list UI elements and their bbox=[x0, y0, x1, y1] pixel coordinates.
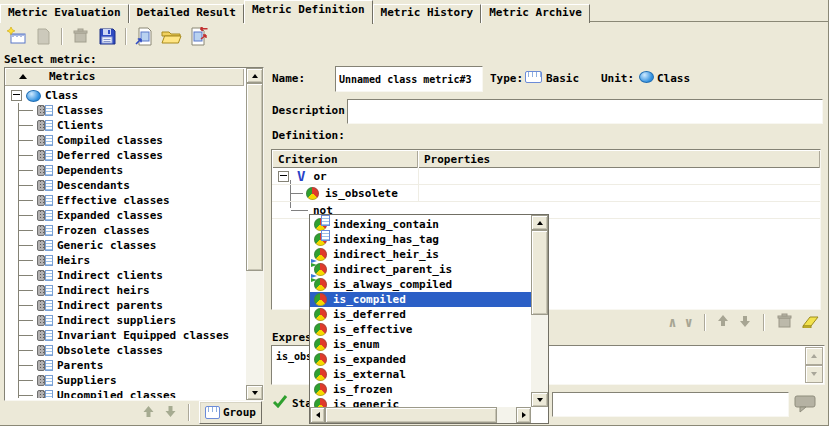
tab-metric-evaluation[interactable]: Metric Evaluation bbox=[0, 4, 129, 23]
collapse-icon[interactable] bbox=[278, 171, 289, 182]
dropdown-item-is-expanded[interactable]: is_expanded bbox=[310, 352, 531, 367]
tree-item-class-root[interactable]: Class bbox=[6, 88, 244, 103]
save-metric-button[interactable] bbox=[95, 25, 119, 47]
group-button[interactable]: Group bbox=[199, 401, 262, 424]
metrics-scrollbar[interactable] bbox=[246, 68, 263, 400]
scroll-right-button[interactable] bbox=[516, 407, 531, 423]
class-unit-icon bbox=[26, 90, 41, 102]
dropdown-item-is-frozen[interactable]: is_frozen bbox=[310, 382, 531, 397]
tree-item-label: Indirect suppliers bbox=[57, 314, 176, 327]
tree-item-effective-classes[interactable]: Effective classes bbox=[19, 193, 244, 208]
dropdown-item-indirect-parent-is[interactable]: indirect_parent_is bbox=[310, 262, 531, 277]
tree-item-uncompiled-classes[interactable]: Uncompiled classes bbox=[19, 388, 244, 398]
dropdown-item-is-external[interactable]: is_external bbox=[310, 367, 531, 382]
sort-ascending-icon bbox=[19, 74, 27, 79]
tree-item-heirs[interactable]: Heirs bbox=[19, 253, 244, 268]
criterion-dropdown-list: indexing_containindexing_has_tagindirect… bbox=[310, 215, 531, 407]
dropdown-item-is-enum[interactable]: is_enum bbox=[310, 337, 531, 352]
metric-icon bbox=[37, 330, 54, 341]
dropdown-item-is-compiled[interactable]: is_compiled bbox=[310, 292, 531, 307]
new-metric-button[interactable] bbox=[4, 25, 28, 47]
tab-metric-definition[interactable]: Metric Definition bbox=[244, 0, 373, 24]
scroll-thumb[interactable] bbox=[325, 407, 497, 423]
tree-item-frozen-classes[interactable]: Frozen classes bbox=[19, 223, 244, 238]
tree-item-indirect-suppliers[interactable]: Indirect suppliers bbox=[19, 313, 244, 328]
basic-type-icon bbox=[525, 71, 542, 83]
dropdown-item-label: is_expanded bbox=[333, 353, 406, 366]
tree-item-deferred-classes[interactable]: Deferred classes bbox=[19, 148, 244, 163]
criterion-pie-icon bbox=[314, 308, 327, 321]
scroll-down-button[interactable] bbox=[246, 385, 263, 400]
dropdown-vscrollbar[interactable] bbox=[531, 215, 548, 407]
expression-scroll-down[interactable] bbox=[805, 365, 823, 383]
tree-item-suppliers[interactable]: Suppliers bbox=[19, 373, 244, 388]
dropdown-item-label: indirect_parent_is bbox=[333, 263, 452, 276]
tree-item-indirect-parents[interactable]: Indirect parents bbox=[19, 298, 244, 313]
metric-tree: Class ClassesClientsCompiled classesDefe… bbox=[6, 86, 244, 398]
metric-icon bbox=[37, 195, 54, 206]
dropdown-item-label: is_enum bbox=[333, 338, 379, 351]
tree-item-label: Classes bbox=[57, 104, 103, 117]
tree-item-compiled-classes[interactable]: Compiled classes bbox=[19, 133, 244, 148]
tab-detailed-result[interactable]: Detailed Result bbox=[129, 4, 244, 23]
scroll-up-button[interactable] bbox=[531, 215, 548, 230]
tree-item-invariant-equipped-classes[interactable]: Invariant Equipped classes bbox=[19, 328, 244, 343]
move-criterion-up-button[interactable] bbox=[716, 314, 730, 331]
criterion-row-or[interactable]: V or bbox=[272, 168, 820, 185]
tree-item-parents[interactable]: Parents bbox=[19, 358, 244, 373]
move-down-button[interactable] bbox=[163, 404, 178, 422]
dropdown-item-is-effective[interactable]: is_effective bbox=[310, 322, 531, 337]
toolbar-separator bbox=[704, 314, 705, 331]
tree-item-label: Expanded classes bbox=[57, 209, 163, 222]
scroll-thumb[interactable] bbox=[246, 83, 263, 271]
metric-tool-window: Metric EvaluationDetailed ResultMetric D… bbox=[0, 0, 829, 426]
dropdown-item-is-generic[interactable]: is_generic bbox=[310, 397, 531, 407]
expression-scroll-up[interactable] bbox=[805, 347, 823, 365]
dropdown-hscrollbar[interactable] bbox=[310, 407, 531, 423]
dropdown-item-is-always-compiled[interactable]: is_always_compiled bbox=[310, 277, 531, 292]
delete-metric-button bbox=[68, 25, 92, 47]
dropdown-item-indexing-has-tag[interactable]: indexing_has_tag bbox=[310, 232, 531, 247]
scroll-down-button[interactable] bbox=[531, 392, 548, 407]
import-metrics-button[interactable] bbox=[132, 25, 156, 47]
status-comment-input[interactable] bbox=[552, 392, 789, 417]
delete-criterion-button[interactable] bbox=[775, 313, 793, 332]
move-criterion-down-button[interactable] bbox=[738, 314, 752, 331]
tree-item-generic-classes[interactable]: Generic classes bbox=[19, 238, 244, 253]
metric-icon bbox=[37, 390, 54, 398]
scroll-thumb[interactable] bbox=[531, 230, 548, 315]
dropdown-item-indexing-contain[interactable]: indexing_contain bbox=[310, 217, 531, 232]
metric-icon bbox=[37, 105, 54, 116]
criterion-row-is-obsolete[interactable]: is_obsolete bbox=[272, 185, 820, 202]
tab-metric-history[interactable]: Metric History bbox=[373, 4, 482, 23]
group-button-label: Group bbox=[223, 406, 256, 419]
tree-line bbox=[291, 210, 308, 211]
export-metrics-button[interactable] bbox=[186, 25, 210, 47]
dropdown-item-indirect-heir-is[interactable]: indirect_heir_is bbox=[310, 247, 531, 262]
collapse-icon[interactable] bbox=[11, 90, 22, 101]
tree-item-obsolete-classes[interactable]: Obsolete classes bbox=[19, 343, 244, 358]
open-metric-file-button[interactable] bbox=[159, 25, 183, 47]
tree-item-descendants[interactable]: Descendants bbox=[19, 178, 244, 193]
tree-item-clients[interactable]: Clients bbox=[19, 118, 244, 133]
eraser-button[interactable] bbox=[801, 314, 821, 331]
properties-column-header[interactable]: Properties bbox=[418, 150, 820, 168]
metrics-column-header[interactable]: Metrics bbox=[5, 68, 244, 86]
scroll-up-button[interactable] bbox=[246, 68, 263, 83]
dropdown-item-is-deferred[interactable]: is_deferred bbox=[310, 307, 531, 322]
or-operator-button[interactable]: ∨ bbox=[685, 315, 693, 329]
tree-item-expanded-classes[interactable]: Expanded classes bbox=[19, 208, 244, 223]
criterion-column-header[interactable]: Criterion bbox=[272, 150, 418, 168]
tree-item-indirect-heirs[interactable]: Indirect heirs bbox=[19, 283, 244, 298]
name-input[interactable] bbox=[335, 66, 483, 92]
and-operator-button[interactable]: ∧ bbox=[668, 315, 676, 329]
tree-item-indirect-clients[interactable]: Indirect clients bbox=[19, 268, 244, 283]
scroll-left-button[interactable] bbox=[310, 407, 325, 423]
criterion-pie-icon bbox=[314, 353, 327, 366]
comment-icon[interactable] bbox=[794, 394, 817, 417]
tab-metric-archive[interactable]: Metric Archive bbox=[481, 4, 590, 23]
description-input[interactable] bbox=[347, 99, 823, 124]
tree-item-classes[interactable]: Classes bbox=[19, 103, 244, 118]
tree-item-dependents[interactable]: Dependents bbox=[19, 163, 244, 178]
move-up-button[interactable] bbox=[141, 404, 156, 422]
